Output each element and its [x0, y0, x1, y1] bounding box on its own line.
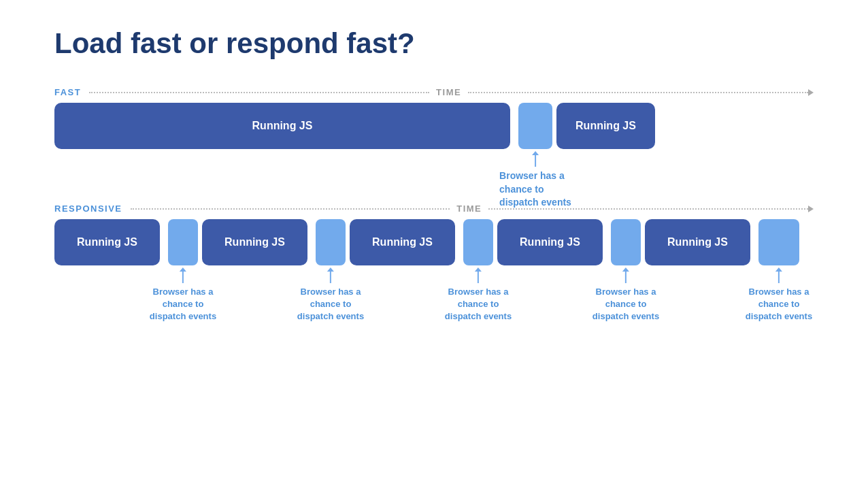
resp-gap-4-wrapper: Browser has achance todispatch events	[611, 219, 641, 265]
fast-gap-block	[518, 103, 552, 149]
fast-annotation: Browser has achance todispatch events	[499, 154, 571, 210]
resp-gap-5	[758, 219, 799, 265]
fast-running-js-main: Running JS	[54, 103, 510, 149]
fast-section: FAST TIME Running JS Browser has achance…	[54, 87, 814, 149]
resp-running-js-2: Running JS	[202, 219, 307, 265]
resp-gap-2-wrapper: Browser has achance todispatch events	[316, 219, 346, 265]
resp-annotation-3: Browser has achance todispatch events	[445, 271, 512, 323]
resp-annotation-text-1: Browser has achance todispatch events	[150, 286, 216, 323]
resp-annotation-text-4: Browser has achance todispatch events	[592, 286, 659, 323]
resp-gap-5-wrapper: Browser has achance todispatch events	[758, 219, 799, 265]
fast-time-label: TIME	[436, 87, 461, 97]
resp-running-js-3: Running JS	[350, 219, 455, 265]
resp-gap-3	[463, 219, 493, 265]
resp-timeline-header: RESPONSIVE TIME	[54, 204, 814, 214]
fast-blocks-container: Running JS Browser has achance todispatc…	[54, 103, 814, 149]
resp-gap-1-wrapper: Browser has achance todispatch events	[168, 219, 198, 265]
resp-gap-3-wrapper: Browser has achance todispatch events	[463, 219, 493, 265]
fast-label: FAST	[54, 87, 81, 97]
resp-running-js-5: Running JS	[645, 219, 750, 265]
resp-gap-1	[168, 219, 198, 265]
fast-timeline-header: FAST TIME	[54, 87, 814, 97]
resp-annotation-1: Browser has achance todispatch events	[150, 271, 216, 323]
resp-running-js-4: Running JS	[497, 219, 603, 265]
responsive-section: RESPONSIVE TIME Running JS Browser has a…	[54, 204, 814, 265]
resp-running-js-1: Running JS	[54, 219, 160, 265]
page-title: Load fast or respond fast?	[54, 27, 814, 60]
resp-gap-4	[611, 219, 641, 265]
resp-annotation-5: Browser has achance todispatch events	[746, 271, 812, 323]
resp-annotation-text-2: Browser has achance todispatch events	[297, 286, 364, 323]
resp-annotation-2: Browser has achance todispatch events	[297, 271, 364, 323]
resp-time-label: TIME	[456, 204, 482, 214]
resp-annotation-text-3: Browser has achance todispatch events	[445, 286, 512, 323]
resp-annotation-4: Browser has achance todispatch events	[592, 271, 659, 323]
resp-label: RESPONSIVE	[54, 204, 122, 214]
resp-annotation-text-5: Browser has achance todispatch events	[746, 286, 812, 323]
resp-gap-2	[316, 219, 346, 265]
resp-blocks-row: Running JS Browser has achance todispatc…	[54, 219, 814, 265]
resp-blocks-container: Running JS Browser has achance todispatc…	[54, 219, 814, 265]
fast-running-js-second: Running JS	[556, 103, 655, 149]
